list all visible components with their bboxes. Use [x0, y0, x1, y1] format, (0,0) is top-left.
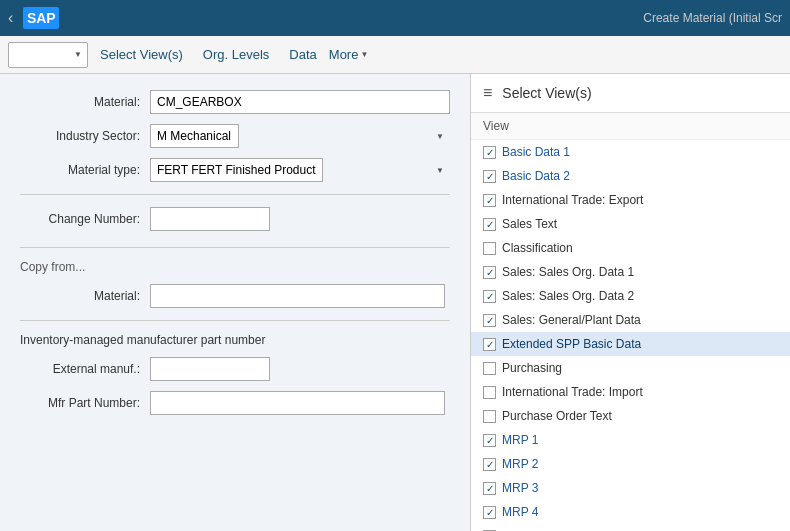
- sap-logo-box: SAP: [23, 7, 59, 29]
- change-number-input[interactable]: [150, 207, 270, 231]
- view-checkbox[interactable]: [483, 266, 496, 279]
- top-bar: ‹ SAP Create Material (Initial Scr: [0, 0, 790, 36]
- view-item[interactable]: Sales: General/Plant Data: [471, 308, 790, 332]
- sap-logo: SAP: [23, 7, 59, 29]
- view-label: Classification: [502, 241, 573, 255]
- view-item[interactable]: Sales: Sales Org. Data 2: [471, 284, 790, 308]
- view-item[interactable]: Basic Data 2: [471, 164, 790, 188]
- view-label[interactable]: MRP 1: [502, 433, 538, 447]
- industry-sector-wrapper: M Mechanical: [150, 124, 450, 148]
- view-label[interactable]: Basic Data 2: [502, 169, 570, 183]
- divider-3: [20, 320, 450, 321]
- industry-sector-select[interactable]: M Mechanical: [150, 124, 239, 148]
- main-layout: Material: Industry Sector: M Mechanical …: [0, 74, 790, 531]
- view-checkbox[interactable]: [483, 458, 496, 471]
- view-label[interactable]: Basic Data 1: [502, 145, 570, 159]
- view-checkbox[interactable]: [483, 194, 496, 207]
- view-item[interactable]: MRP 2: [471, 452, 790, 476]
- view-checkbox[interactable]: [483, 482, 496, 495]
- divider-2: [20, 247, 450, 248]
- copy-from-title: Copy from...: [20, 260, 450, 274]
- mfr-part-row: Mfr Part Number:: [20, 391, 450, 415]
- right-panel-title: Select View(s): [502, 85, 591, 101]
- view-item[interactable]: International Trade: Import: [471, 380, 790, 404]
- sap-text: SAP: [27, 10, 56, 26]
- toolbar: Select View(s) Org. Levels Data More: [0, 36, 790, 74]
- view-column-header: View: [471, 113, 790, 140]
- view-label: Purchasing: [502, 361, 562, 375]
- material-label: Material:: [20, 95, 140, 109]
- view-item[interactable]: MRP 4: [471, 500, 790, 524]
- right-panel-header: ≡ Select View(s): [471, 74, 790, 113]
- industry-sector-row: Industry Sector: M Mechanical: [20, 124, 450, 148]
- view-label[interactable]: Extended SPP Basic Data: [502, 337, 641, 351]
- external-manuf-label: External manuf.:: [20, 362, 140, 376]
- view-item[interactable]: MRP 3: [471, 476, 790, 500]
- material-input[interactable]: [150, 90, 450, 114]
- view-checkbox[interactable]: [483, 506, 496, 519]
- view-checkbox[interactable]: [483, 338, 496, 351]
- view-item[interactable]: Extended SPP Basic Data: [471, 332, 790, 356]
- view-label[interactable]: MRP 4: [502, 505, 538, 519]
- change-number-row: Change Number:: [20, 207, 450, 231]
- view-checkbox[interactable]: [483, 290, 496, 303]
- view-label: Sales: General/Plant Data: [502, 313, 641, 327]
- view-checkbox[interactable]: [483, 242, 496, 255]
- material-type-label: Material type:: [20, 163, 140, 177]
- view-item[interactable]: Purchasing: [471, 356, 790, 380]
- view-checkbox[interactable]: [483, 170, 496, 183]
- view-label: Sales: Sales Org. Data 2: [502, 289, 634, 303]
- inventory-title: Inventory-managed manufacturer part numb…: [20, 333, 450, 347]
- view-item[interactable]: Advanced Planning: [471, 524, 790, 531]
- view-label: Sales: Sales Org. Data 1: [502, 265, 634, 279]
- title-bar-right: Create Material (Initial Scr: [65, 11, 782, 25]
- back-button[interactable]: ‹: [8, 9, 13, 27]
- view-checkbox[interactable]: [483, 314, 496, 327]
- select-views-button[interactable]: Select View(s): [92, 42, 191, 68]
- industry-sector-label: Industry Sector:: [20, 129, 140, 143]
- view-checkbox[interactable]: [483, 434, 496, 447]
- copy-material-label: Material:: [20, 289, 140, 303]
- view-label: International Trade: Export: [502, 193, 643, 207]
- view-label[interactable]: MRP 3: [502, 481, 538, 495]
- view-label: Sales Text: [502, 217, 557, 231]
- view-item[interactable]: Purchase Order Text: [471, 404, 790, 428]
- view-checkbox[interactable]: [483, 218, 496, 231]
- view-item[interactable]: Sales: Sales Org. Data 1: [471, 260, 790, 284]
- view-checkbox[interactable]: [483, 410, 496, 423]
- view-label: Purchase Order Text: [502, 409, 612, 423]
- copy-material-row: Material:: [20, 284, 450, 308]
- view-item[interactable]: Classification: [471, 236, 790, 260]
- view-checkbox[interactable]: [483, 362, 496, 375]
- right-panel: ≡ Select View(s) View Basic Data 1Basic …: [470, 74, 790, 531]
- material-type-select[interactable]: FERT FERT Finished Product: [150, 158, 323, 182]
- toolbar-dropdown[interactable]: [8, 42, 88, 68]
- view-checkbox[interactable]: [483, 146, 496, 159]
- external-manuf-input[interactable]: [150, 357, 270, 381]
- material-type-row: Material type: FERT FERT Finished Produc…: [20, 158, 450, 182]
- window-title: Create Material (Initial Scr: [643, 11, 782, 25]
- divider-1: [20, 194, 450, 195]
- material-type-wrapper: FERT FERT Finished Product: [150, 158, 450, 182]
- view-item[interactable]: International Trade: Export: [471, 188, 790, 212]
- view-item[interactable]: MRP 1: [471, 428, 790, 452]
- change-number-label: Change Number:: [20, 212, 140, 226]
- view-label: International Trade: Import: [502, 385, 643, 399]
- hamburger-icon[interactable]: ≡: [483, 84, 492, 102]
- view-label[interactable]: MRP 2: [502, 457, 538, 471]
- data-button[interactable]: Data: [281, 42, 324, 68]
- more-dropdown[interactable]: More: [329, 47, 369, 62]
- view-item[interactable]: Sales Text: [471, 212, 790, 236]
- mfr-part-input[interactable]: [150, 391, 445, 415]
- mfr-part-label: Mfr Part Number:: [20, 396, 140, 410]
- material-row: Material:: [20, 90, 450, 114]
- view-item[interactable]: Basic Data 1: [471, 140, 790, 164]
- right-panel-body: Basic Data 1Basic Data 2International Tr…: [471, 140, 790, 531]
- view-checkbox[interactable]: [483, 386, 496, 399]
- left-panel: Material: Industry Sector: M Mechanical …: [0, 74, 470, 531]
- copy-material-input[interactable]: [150, 284, 445, 308]
- external-manuf-row: External manuf.:: [20, 357, 450, 381]
- org-levels-button[interactable]: Org. Levels: [195, 42, 277, 68]
